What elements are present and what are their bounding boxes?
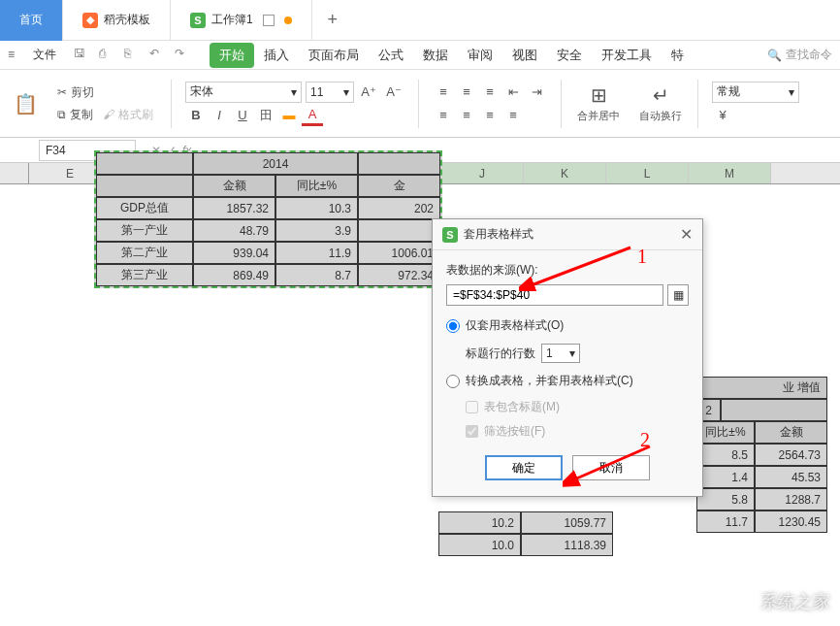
tab-template[interactable]: ◆ 稻壳模板 [63, 0, 171, 41]
table-cell[interactable]: 10.3 [275, 197, 358, 219]
italic-button[interactable]: I [209, 105, 230, 126]
maximize-icon[interactable] [263, 15, 275, 26]
radio-convert[interactable] [446, 375, 460, 388]
table-cell[interactable]: 1118.39 [521, 534, 613, 556]
cut-button[interactable]: ✂ 剪切 [53, 82, 157, 103]
indent-decrease-button[interactable]: ⇤ [502, 82, 524, 103]
increase-font-button[interactable]: A⁺ [358, 82, 379, 103]
print-icon[interactable]: ⎙ [99, 47, 116, 64]
ok-button[interactable]: 确定 [485, 455, 563, 480]
table-col-header[interactable]: 金额 [193, 175, 275, 197]
col-header[interactable]: M [689, 163, 771, 183]
table-cell[interactable]: 1230.45 [755, 511, 827, 533]
table-col-header[interactable]: 同比±% [696, 421, 755, 444]
range-select-button[interactable]: ▦ [667, 284, 689, 306]
cancel-button[interactable]: 取消 [572, 455, 650, 480]
table-cell[interactable]: 202 [358, 197, 440, 219]
table-cell[interactable]: 8.5 [696, 444, 755, 466]
dialog-titlebar[interactable]: S 套用表格样式 ✕ [433, 219, 702, 250]
table-header[interactable]: 业 增值 [696, 377, 827, 399]
table-cell[interactable]: 48.79 [193, 219, 275, 242]
table-cell[interactable]: 1006.01 [358, 242, 440, 264]
table-cell[interactable]: 11.9 [275, 242, 358, 264]
copy-button[interactable]: ⧉ 复制 [53, 105, 97, 125]
select-all-corner[interactable] [0, 163, 29, 183]
table-cell[interactable]: 939.04 [193, 242, 275, 264]
col-header[interactable]: K [524, 163, 606, 183]
search-box[interactable]: 🔍 查找命令 [767, 47, 832, 63]
redo-icon[interactable]: ↷ [175, 47, 192, 64]
font-select[interactable]: 宋体 ▾ [185, 82, 302, 103]
table-col-header[interactable]: 金 [358, 175, 440, 197]
table-cell[interactable] [96, 152, 193, 175]
table-cell[interactable] [358, 219, 440, 242]
header-rows-spinner[interactable]: 1 ▾ [541, 344, 580, 363]
ribbon-tab-review[interactable]: 审阅 [458, 43, 502, 68]
align-bottom-button[interactable]: ≡ [479, 82, 501, 103]
table-cell[interactable]: 5.8 [696, 488, 755, 511]
save-icon[interactable]: 🖫 [74, 47, 91, 64]
paste-icon[interactable]: 📋 [14, 92, 38, 115]
table-cell[interactable]: 10.0 [438, 534, 521, 556]
menu-icon[interactable]: ≡ [8, 48, 23, 63]
table-cell[interactable] [721, 399, 827, 421]
align-left-button[interactable]: ≡ [433, 105, 454, 126]
table-cell[interactable]: 11.7 [696, 511, 755, 533]
table-cell[interactable]: 45.53 [755, 466, 827, 488]
undo-icon[interactable]: ↶ [149, 47, 167, 64]
col-header[interactable]: J [441, 163, 524, 183]
ribbon-tab-extra[interactable]: 特 [662, 43, 694, 68]
ribbon-tab-formula[interactable]: 公式 [369, 43, 413, 68]
close-icon[interactable]: ✕ [680, 225, 693, 244]
tab-workbook[interactable]: S 工作簿1 [171, 0, 312, 41]
table-cell[interactable]: 10.2 [438, 511, 521, 534]
table-cell[interactable]: 3.9 [275, 219, 358, 242]
radio-style-only[interactable] [446, 319, 460, 333]
font-color-button[interactable]: A [302, 105, 323, 126]
table-cell[interactable]: 1.4 [696, 466, 755, 488]
align-middle-button[interactable]: ≡ [456, 82, 477, 103]
table-row-label[interactable]: 第三产业 [96, 264, 193, 286]
table-cell[interactable]: 2564.73 [755, 444, 827, 466]
ribbon-tab-insert[interactable]: 插入 [254, 43, 299, 68]
number-format-select[interactable]: 常规 ▾ [712, 82, 799, 103]
tab-home[interactable]: 首页 [0, 0, 63, 41]
table-cell[interactable]: 972.34 [358, 264, 440, 286]
wrap-text-button[interactable]: ↵ 自动换行 [631, 82, 690, 125]
table-col-header[interactable]: 同比±% [275, 175, 358, 197]
fill-color-button[interactable]: ▬ [278, 105, 300, 126]
merge-center-button[interactable]: ⊞ 合并居中 [569, 82, 628, 125]
table-row-label[interactable]: GDP总值 [96, 197, 193, 219]
currency-button[interactable]: ¥ [712, 105, 733, 126]
table-row-label[interactable]: 第一产业 [96, 219, 193, 242]
ribbon-tab-security[interactable]: 安全 [547, 43, 592, 68]
option-style-only[interactable]: 仅套用表格样式(O) [446, 317, 689, 334]
align-top-button[interactable]: ≡ [433, 82, 454, 103]
table-cell[interactable] [96, 175, 193, 197]
ribbon-tab-start[interactable]: 开始 [210, 43, 254, 68]
table-cell[interactable]: 8.7 [275, 264, 358, 286]
border-button[interactable]: 田 [255, 105, 276, 126]
ribbon-tab-view[interactable]: 视图 [502, 43, 547, 68]
table-cell[interactable]: 869.49 [193, 264, 275, 286]
align-right-button[interactable]: ≡ [479, 105, 501, 126]
align-justify-button[interactable]: ≡ [502, 105, 524, 126]
indent-increase-button[interactable]: ⇥ [526, 82, 547, 103]
ribbon-tab-layout[interactable]: 页面布局 [299, 43, 369, 68]
table-cell[interactable]: 1288.7 [755, 488, 827, 511]
add-tab-button[interactable]: + [312, 10, 353, 30]
table-cell[interactable]: 1059.77 [521, 511, 613, 534]
option-convert[interactable]: 转换成表格，并套用表格样式(C) [446, 373, 689, 389]
table-cell[interactable]: 1857.32 [193, 197, 275, 219]
preview-icon[interactable]: ⎘ [124, 47, 142, 64]
source-input[interactable] [446, 284, 663, 306]
table-row-label[interactable]: 第二产业 [96, 242, 193, 264]
table-year-header[interactable]: 2014 [193, 152, 358, 175]
format-painter-button[interactable]: 🖌 格式刷 [99, 105, 157, 125]
font-size-select[interactable]: 11 ▾ [306, 82, 354, 103]
decrease-font-button[interactable]: A⁻ [383, 82, 404, 103]
table-cell[interactable] [358, 152, 440, 175]
bold-button[interactable]: B [185, 105, 207, 126]
align-center-button[interactable]: ≡ [456, 105, 477, 126]
ribbon-tab-data[interactable]: 数据 [413, 43, 458, 68]
